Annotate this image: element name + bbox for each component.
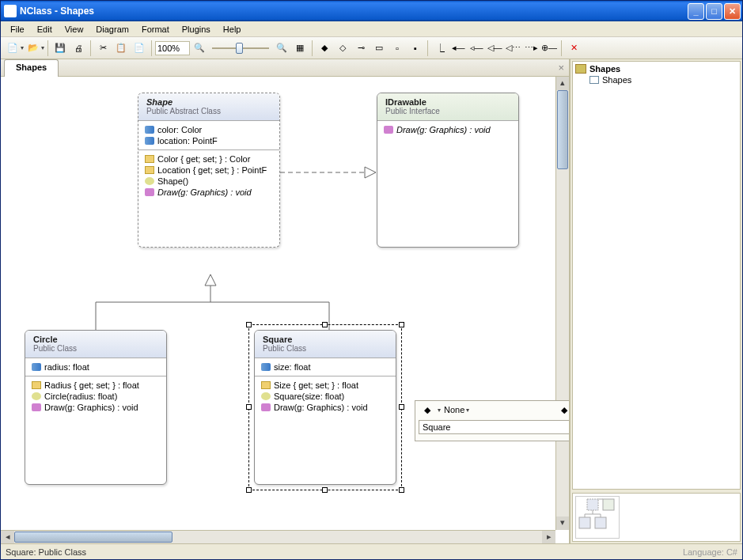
horizontal-scrollbar[interactable]: ◂▸ — [1, 530, 555, 543]
menu-file[interactable]: File — [4, 23, 31, 36]
class-name: Shape — [146, 97, 271, 107]
member-editor-toolbar[interactable]: ◆▾ None▾ ◆▾ ◇ ▫ ◆ ▫ A↓ — [415, 400, 569, 441]
zoom-slider[interactable] — [212, 47, 269, 49]
cut-button[interactable]: ✂ — [94, 40, 112, 57]
svg-rect-7 — [587, 499, 598, 510]
vertical-scrollbar[interactable]: ▴▾ — [555, 77, 569, 530]
property-icon — [145, 155, 154, 163]
new-class-button[interactable]: ◆ — [316, 40, 333, 57]
window-title: NClass - Shapes — [20, 6, 686, 17]
close-button[interactable]: ✕ — [724, 3, 741, 20]
interface-name: IDrawable — [385, 97, 510, 107]
field-icon — [145, 137, 154, 145]
method-icon — [384, 126, 393, 134]
save-button[interactable]: 💾 — [51, 40, 69, 57]
status-language: Language: C# — [683, 547, 737, 557]
tab-shapes[interactable]: Shapes — [4, 59, 59, 77]
project-icon — [575, 64, 586, 74]
constructor-icon — [32, 392, 41, 400]
project-tree[interactable]: Shapes Shapes — [572, 61, 741, 490]
assoc-button[interactable]: ⎿ — [431, 40, 449, 57]
new-delegate-button[interactable]: ▫ — [389, 40, 406, 57]
svg-rect-8 — [603, 499, 614, 510]
svg-marker-3 — [205, 274, 216, 286]
print-button[interactable]: 🖨 — [70, 40, 87, 57]
method-icon — [32, 403, 41, 411]
nest-button[interactable]: ⊕— — [540, 40, 558, 57]
compose-button[interactable]: ◂— — [449, 40, 467, 57]
minimap[interactable] — [572, 493, 741, 542]
diagram-canvas[interactable]: Shape Public Abstract Class color: Color… — [1, 77, 555, 530]
svg-marker-1 — [365, 167, 376, 178]
paste-button[interactable]: 📄 — [131, 40, 148, 57]
field-icon — [32, 363, 41, 371]
titlebar[interactable]: NClass - Shapes _ □ ✕ — [1, 1, 742, 21]
tab-close-icon[interactable]: × — [558, 62, 564, 74]
menu-help[interactable]: Help — [217, 23, 248, 36]
open-button[interactable]: 📂 — [25, 40, 42, 57]
property-icon — [32, 381, 41, 389]
copy-button[interactable]: 📋 — [112, 40, 130, 57]
diagram-icon — [589, 76, 599, 84]
access-button[interactable]: ◆ — [419, 401, 436, 418]
delete-button[interactable]: ✕ — [565, 40, 582, 57]
menu-edit[interactable]: Edit — [31, 23, 59, 36]
toolbar: 📄▾ 📂▾ 💾 🖨 ✂ 📋 📄 100% 🔍 🔍 ▦ ◆ ◇ ⊸ ▭ ▫ ▪ ⎿… — [1, 37, 742, 59]
interface-stereotype: Public Interface — [385, 107, 510, 115]
property-icon — [145, 166, 154, 174]
menu-plugins[interactable]: Plugins — [176, 23, 217, 36]
new-comment-button[interactable]: ▪ — [407, 40, 424, 57]
interface-box-idrawable[interactable]: IDrawable Public Interface Draw(g: Graph… — [377, 93, 519, 248]
zoom-in-button[interactable]: 🔍 — [273, 40, 290, 57]
class-name: Circle — [33, 335, 158, 344]
menu-view[interactable]: View — [59, 23, 90, 36]
property-icon — [261, 381, 271, 389]
class-box-circle[interactable]: Circle Public Class radius: float Radius… — [25, 330, 167, 485]
class-stereotype: Public Class — [263, 344, 388, 353]
tree-project-row[interactable]: Shapes — [574, 63, 738, 74]
aggreg-button[interactable]: ◃— — [468, 40, 485, 57]
access-label: None — [444, 405, 464, 414]
diagram-name: Shapes — [602, 75, 631, 85]
side-panel: Shapes Shapes — [570, 59, 742, 543]
gen-button[interactable]: ◁— — [486, 40, 503, 57]
class-box-shape[interactable]: Shape Public Abstract Class color: Color… — [138, 93, 280, 248]
new-struct-button[interactable]: ◇ — [334, 40, 351, 57]
method-icon — [145, 188, 154, 196]
field-icon — [145, 126, 154, 134]
new-button[interactable]: 📄 — [4, 40, 21, 57]
depend-button[interactable]: ⋯▸ — [522, 40, 540, 57]
tabstrip: Shapes × — [1, 59, 569, 77]
class-name: Square — [263, 335, 388, 344]
method-icon — [261, 403, 271, 411]
zoom-input[interactable]: 100% — [155, 41, 190, 55]
realize-button[interactable]: ◁⋯ — [504, 40, 521, 57]
svg-rect-9 — [579, 517, 590, 528]
class-box-square[interactable]: Square Public Class size: float Size { g… — [254, 330, 396, 485]
project-name: Shapes — [589, 64, 620, 74]
app-icon — [4, 5, 17, 17]
member-name-input[interactable] — [419, 420, 569, 434]
constructor-icon — [261, 392, 271, 400]
menu-format[interactable]: Format — [135, 23, 176, 36]
add-field-button[interactable]: ◆ — [555, 401, 569, 418]
constructor-icon — [145, 177, 154, 185]
minimize-button[interactable]: _ — [688, 3, 704, 20]
zoom-fit-button[interactable]: ▦ — [291, 40, 309, 57]
status-left: Square: Public Class — [6, 547, 86, 557]
statusbar: Square: Public Class Language: C# — [1, 543, 742, 559]
field-icon — [261, 363, 271, 371]
new-interface-button[interactable]: ⊸ — [352, 40, 370, 57]
svg-rect-10 — [595, 517, 606, 528]
class-stereotype: Public Abstract Class — [146, 107, 271, 115]
menubar: File Edit View Diagram Format Plugins He… — [1, 21, 742, 37]
new-enum-button[interactable]: ▭ — [370, 40, 388, 57]
tree-diagram-row[interactable]: Shapes — [574, 74, 738, 85]
class-stereotype: Public Class — [33, 344, 158, 353]
maximize-button[interactable]: □ — [706, 3, 722, 20]
zoom-out-button[interactable]: 🔍 — [191, 40, 208, 57]
menu-diagram[interactable]: Diagram — [89, 23, 135, 36]
